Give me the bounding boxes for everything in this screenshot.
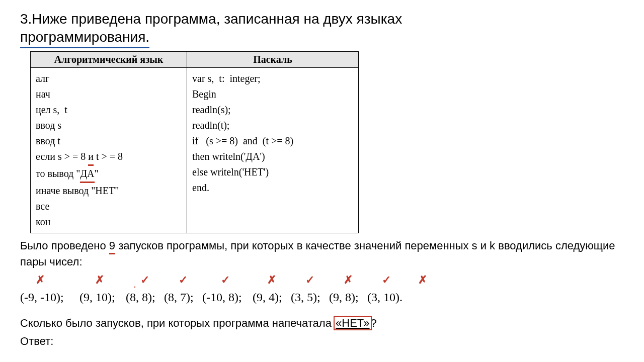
extra-dot-mark: . — [130, 282, 140, 290]
paragraph-question: Сколько было запусков, при которых прогр… — [20, 316, 624, 331]
p1-nine-annotated: 9 — [109, 238, 115, 255]
table-header-pascal: Паскаль — [187, 51, 359, 67]
title-line1: 3.Ниже приведена программа, записанная н… — [20, 11, 402, 27]
check-mark-icon: ✓ — [381, 274, 391, 287]
check-mark-icon: ✓ — [305, 274, 315, 287]
p1-a: Было проведено — [20, 239, 109, 252]
pair-value: (3, 5); — [291, 291, 320, 304]
check-mark-icon: ✓ — [140, 274, 150, 287]
answer-label: Ответ: — [20, 334, 624, 349]
x-mark-icon: ✗ — [343, 274, 353, 287]
x-mark-icon: ✗ — [35, 274, 45, 287]
pair-value: (3, 10). — [367, 291, 403, 304]
p2-a: Сколько было запусков, при которых прогр… — [20, 317, 335, 329]
alg-and-annotated: и — [88, 149, 94, 166]
x-mark-icon: ✗ — [267, 274, 277, 287]
code-pascal-cell: var s, t: integer; Begin readln(s); read… — [187, 67, 359, 233]
table-header-alg: Алгоритмический язык — [31, 51, 187, 67]
pair-value: (9, 8); — [329, 291, 359, 304]
alg-code-part1: алг нач цел s, t ввод s ввод t если s > … — [36, 73, 88, 162]
pair-value: (8, 7); — [164, 291, 194, 304]
pair-value: (-10, 8); — [202, 291, 242, 304]
x-mark-icon: ✗ — [95, 274, 105, 287]
pair-value: (9, 10); — [79, 291, 115, 304]
pair-value: (-9, -10); — [20, 291, 64, 304]
p2-net-annotated: «НЕТ» — [335, 317, 371, 329]
code-table: Алгоритмический язык Паскаль алг нач цел… — [30, 51, 359, 233]
paragraph-runs: Было проведено 9 запусков программы, при… — [20, 238, 624, 269]
check-mark-icon: ✓ — [178, 274, 188, 287]
pair-value: (8, 8); — [126, 291, 155, 304]
p2-b: ? — [371, 317, 377, 329]
code-alg-cell: алг нач цел s, t ввод s ввод t если s > … — [31, 67, 187, 233]
title-underlined-word: программирования. — [20, 28, 149, 48]
alg-da-annotated: ДА — [80, 166, 94, 183]
x-mark-icon: ✗ — [418, 274, 428, 287]
check-mark-icon: ✓ — [220, 274, 230, 287]
pair-value: (9, 4); — [253, 291, 282, 304]
pairs-row: . (-9, -10);✗(9, 10);✗(8, 8);✓(8, 7);✓(-… — [20, 273, 624, 309]
task-title: 3.Ниже приведена программа, записанная н… — [20, 10, 624, 48]
